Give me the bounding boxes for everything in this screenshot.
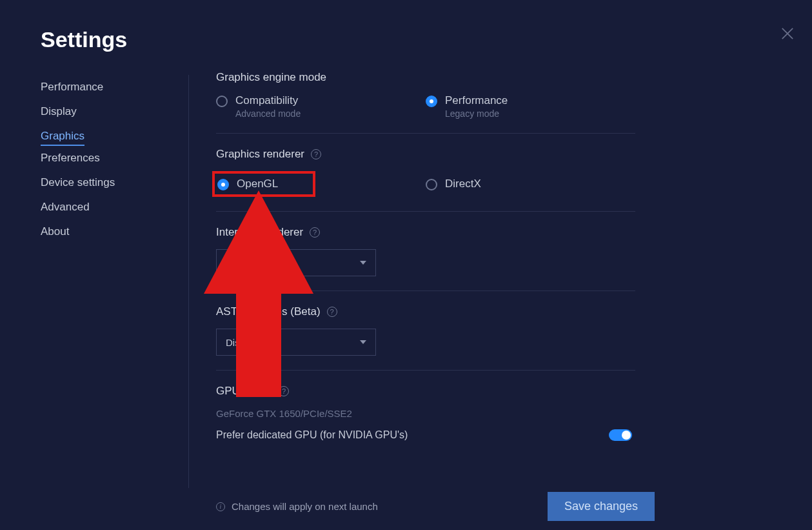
prefer-dedicated-gpu-toggle[interactable]	[609, 429, 632, 441]
sidebar-item-performance[interactable]: Performance	[41, 75, 103, 99]
radio-opengl[interactable]: OpenGL	[216, 171, 426, 197]
section-title-interface: Interface renderer ?	[216, 226, 635, 239]
section-title-label: Interface renderer	[216, 226, 303, 239]
radio-performance[interactable]: Performance Legacy mode	[426, 94, 635, 119]
footer-notice: i Changes will apply on next launch	[216, 501, 378, 512]
radio-label: OpenGL	[237, 178, 278, 190]
section-interface-renderer: Interface renderer ? Auto	[216, 226, 635, 291]
radio-label: DirectX	[445, 178, 481, 190]
section-gpu-in-use: GPU in use ? GeForce GTX 1650/PCIe/SSE2 …	[216, 385, 635, 455]
radio-icon	[426, 179, 437, 190]
section-graphics-renderer: Graphics renderer ? OpenGL DirectX	[216, 148, 635, 212]
close-icon	[778, 25, 797, 43]
help-icon[interactable]: ?	[279, 386, 289, 396]
section-title-engine-mode: Graphics engine mode	[216, 71, 635, 84]
annotation-highlight-box: OpenGL	[212, 171, 315, 197]
close-button[interactable]	[778, 25, 797, 43]
radio-compatibility[interactable]: Compatibility Advanced mode	[216, 94, 426, 119]
section-title-label: GPU in use	[216, 385, 272, 398]
section-astc-textures: ASTC textures (Beta) ? Disabled	[216, 305, 635, 371]
footer-notice-label: Changes will apply on next launch	[232, 501, 378, 512]
section-title-label: Graphics renderer	[216, 148, 304, 161]
sidebar-item-preferences[interactable]: Preferences	[41, 146, 100, 170]
interface-renderer-dropdown[interactable]: Auto	[216, 249, 376, 276]
sidebar: Performance Display Graphics Preferences…	[41, 75, 189, 488]
help-icon[interactable]: ?	[310, 227, 320, 238]
save-changes-button[interactable]: Save changes	[548, 492, 655, 521]
radio-icon	[217, 179, 229, 190]
info-icon: i	[216, 502, 225, 511]
radio-sublabel: Advanced mode	[235, 108, 301, 119]
radio-sublabel: Legacy mode	[445, 108, 508, 119]
sidebar-item-graphics[interactable]: Graphics	[41, 124, 84, 146]
help-icon[interactable]: ?	[327, 307, 337, 317]
radio-icon	[216, 96, 228, 107]
gpu-pref-label: Prefer dedicated GPU (for NVIDIA GPU's)	[216, 429, 408, 441]
section-title-astc: ASTC textures (Beta) ?	[216, 305, 635, 318]
section-title-renderer: Graphics renderer ?	[216, 148, 635, 161]
section-title-gpu: GPU in use ?	[216, 385, 635, 398]
radio-icon	[426, 96, 437, 107]
gpu-name-label: GeForce GTX 1650/PCIe/SSE2	[216, 408, 635, 419]
section-title-label: ASTC textures (Beta)	[216, 305, 321, 318]
chevron-down-icon	[360, 340, 366, 344]
sidebar-item-about[interactable]: About	[41, 219, 69, 244]
radio-directx[interactable]: DirectX	[426, 171, 635, 197]
dropdown-value: Disabled	[226, 337, 263, 348]
footer: i Changes will apply on next launch Save…	[216, 492, 655, 521]
dropdown-value: Auto	[226, 258, 246, 269]
astc-textures-dropdown[interactable]: Disabled	[216, 329, 376, 356]
radio-label: Performance	[445, 94, 508, 107]
section-graphics-engine-mode: Graphics engine mode Compatibility Advan…	[216, 71, 635, 134]
sidebar-item-device-settings[interactable]: Device settings	[41, 170, 115, 195]
help-icon[interactable]: ?	[311, 149, 321, 159]
main-panel: Graphics engine mode Compatibility Advan…	[216, 71, 635, 455]
section-title-label: Graphics engine mode	[216, 71, 326, 84]
sidebar-item-display[interactable]: Display	[41, 99, 77, 124]
chevron-down-icon	[360, 261, 366, 265]
sidebar-item-advanced[interactable]: Advanced	[41, 195, 90, 219]
radio-label: Compatibility	[235, 94, 301, 107]
page-title: Settings	[41, 27, 127, 52]
